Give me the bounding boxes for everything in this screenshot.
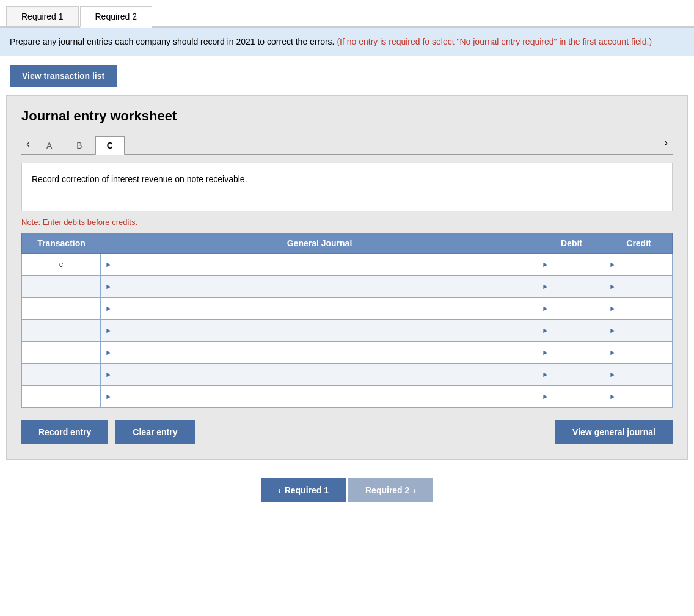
bottom-required1-label: Required 1 (285, 485, 329, 495)
journal-input-7[interactable] (115, 386, 534, 407)
debit-cell-4[interactable]: ► (538, 320, 605, 342)
debit-arrow-5: ► (542, 348, 549, 357)
col-header-credit: Credit (605, 233, 673, 254)
credit-cell-7[interactable]: ► (605, 386, 673, 408)
debit-input-4[interactable] (552, 320, 601, 341)
transaction-cell-1: c (22, 254, 101, 276)
table-row: ► ► ► (22, 276, 673, 298)
debit-input-2[interactable] (552, 276, 601, 297)
note-text: Note: Enter debits before credits. (21, 218, 673, 227)
debit-input-7[interactable] (552, 386, 601, 407)
journal-cell-3[interactable]: ► (101, 298, 538, 320)
credit-cell-2[interactable]: ► (605, 276, 673, 298)
journal-table: Transaction General Journal Debit Credit… (21, 233, 673, 408)
credit-arrow-5: ► (609, 348, 616, 357)
journal-input-3[interactable] (115, 298, 534, 319)
instruction-banner: Prepare any journal entries each company… (0, 28, 694, 56)
instruction-red-text: (If no entry is required fo select "No j… (337, 37, 652, 46)
journal-cell-5[interactable]: ► (101, 342, 538, 364)
transaction-cell-3 (22, 298, 101, 320)
worksheet-tab-c[interactable]: C (95, 136, 125, 155)
top-tabs: Required 1 Required 2 (0, 0, 694, 28)
col-header-transaction: Transaction (22, 233, 101, 254)
credit-input-2[interactable] (619, 276, 668, 297)
debit-arrow-4: ► (542, 326, 549, 335)
debit-arrow-6: ► (542, 370, 549, 379)
journal-input-2[interactable] (115, 276, 534, 297)
credit-cell-4[interactable]: ► (605, 320, 673, 342)
credit-input-5[interactable] (619, 342, 668, 363)
credit-arrow-2: ► (609, 282, 616, 291)
table-row: ► ► ► (22, 298, 673, 320)
bottom-navigation: ‹ Required 1 Required 2 › (0, 478, 694, 515)
view-general-journal-button[interactable]: View general journal (555, 420, 673, 444)
arrow-icon-5: ► (105, 348, 112, 357)
transaction-cell-5 (22, 342, 101, 364)
credit-input-6[interactable] (619, 364, 668, 385)
worksheet-tab-a[interactable]: A (35, 136, 64, 154)
credit-arrow-3: ► (609, 304, 616, 313)
debit-cell-7[interactable]: ► (538, 386, 605, 408)
tab-required2[interactable]: Required 2 (80, 6, 153, 28)
journal-cell-4[interactable]: ► (101, 320, 538, 342)
transaction-cell-4 (22, 320, 101, 342)
debit-arrow-3: ► (542, 304, 549, 313)
transaction-cell-6 (22, 364, 101, 386)
table-row: ► ► ► (22, 342, 673, 364)
debit-cell-3[interactable]: ► (538, 298, 605, 320)
table-header-row: Transaction General Journal Debit Credit (22, 233, 673, 254)
debit-input-3[interactable] (552, 298, 601, 319)
credit-cell-1[interactable]: ► (605, 254, 673, 276)
credit-cell-5[interactable]: ► (605, 342, 673, 364)
table-row: ► ► ► (22, 364, 673, 386)
debit-input-5[interactable] (552, 342, 601, 363)
tab-required1[interactable]: Required 1 (6, 6, 79, 26)
arrow-icon-4: ► (105, 326, 112, 335)
view-transaction-button[interactable]: View transaction list (10, 65, 117, 87)
debit-cell-5[interactable]: ► (538, 342, 605, 364)
credit-input-7[interactable] (619, 386, 668, 407)
debit-arrow-1: ► (542, 260, 549, 269)
journal-input-1[interactable] (115, 254, 534, 275)
table-row: ► ► ► (22, 320, 673, 342)
journal-cell-1[interactable]: ► (101, 254, 538, 276)
debit-input-1[interactable] (552, 254, 601, 275)
bottom-required2-button[interactable]: Required 2 › (348, 478, 433, 502)
worksheet-tab-b[interactable]: B (65, 136, 93, 154)
bottom-required1-button[interactable]: ‹ Required 1 (261, 478, 346, 502)
worksheet-title: Journal entry worksheet (21, 108, 673, 124)
arrow-icon-2: ► (105, 282, 112, 291)
debit-cell-6[interactable]: ► (538, 364, 605, 386)
debit-input-6[interactable] (552, 364, 601, 385)
journal-input-5[interactable] (115, 342, 534, 363)
journal-input-6[interactable] (115, 364, 534, 385)
arrow-icon-3: ► (105, 304, 112, 313)
description-box: Record correction of interest revenue on… (21, 163, 673, 211)
debit-cell-1[interactable]: ► (538, 254, 605, 276)
debit-arrow-7: ► (542, 392, 549, 401)
prev-tab-arrow[interactable]: ‹ (21, 136, 35, 152)
transaction-cell-7 (22, 386, 101, 408)
next-tab-arrow[interactable]: › (659, 134, 673, 152)
journal-cell-2[interactable]: ► (101, 276, 538, 298)
arrow-icon-6: ► (105, 370, 112, 379)
credit-arrow-6: ► (609, 370, 616, 379)
journal-cell-7[interactable]: ► (101, 386, 538, 408)
credit-input-1[interactable] (619, 254, 668, 275)
credit-cell-3[interactable]: ► (605, 298, 673, 320)
credit-input-3[interactable] (619, 298, 668, 319)
record-entry-button[interactable]: Record entry (21, 420, 108, 444)
chevron-left-icon: ‹ (278, 485, 281, 495)
credit-input-4[interactable] (619, 320, 668, 341)
clear-entry-button[interactable]: Clear entry (115, 420, 194, 444)
table-row: ► ► ► (22, 386, 673, 408)
worksheet-container: Journal entry worksheet ‹ A B C › Record… (6, 95, 688, 460)
debit-arrow-2: ► (542, 282, 549, 291)
transaction-label-1: c (22, 254, 101, 275)
credit-cell-6[interactable]: ► (605, 364, 673, 386)
credit-arrow-4: ► (609, 326, 616, 335)
journal-cell-6[interactable]: ► (101, 364, 538, 386)
description-text: Record correction of interest revenue on… (32, 174, 247, 184)
debit-cell-2[interactable]: ► (538, 276, 605, 298)
journal-input-4[interactable] (115, 320, 534, 341)
